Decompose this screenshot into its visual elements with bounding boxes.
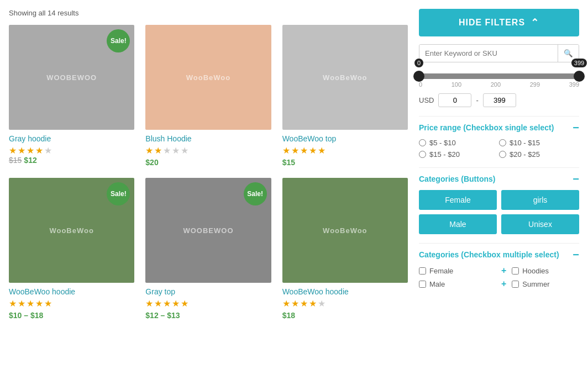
- hide-filters-label: HIDE FILTERS: [459, 18, 525, 28]
- star-icon: ★: [154, 298, 162, 309]
- product-image: Sale!WOOBEWOO: [9, 25, 134, 130]
- product-card[interactable]: WooBeWooBlush Hoodie★★★★★$20: [145, 25, 271, 167]
- hide-filters-button[interactable]: HIDE FILTERS ⌃: [419, 9, 579, 36]
- category-checkbox-label: Male: [429, 280, 445, 288]
- price-inputs: USD -: [419, 93, 579, 107]
- star-icon: ★: [163, 145, 171, 156]
- product-image: Sale!WooBeWoo: [9, 178, 134, 283]
- star-icon: ★: [300, 145, 308, 156]
- products-area: Showing all 14 results Sale!WOOBEWOOGray…: [9, 9, 408, 320]
- star-icon: ★: [9, 145, 17, 156]
- results-count: Showing all 14 results: [9, 9, 408, 17]
- category-checkbox[interactable]: [419, 281, 426, 288]
- product-image: WooBeWoo: [282, 25, 408, 130]
- price-range-section: Price range (Checkbox single select) − $…: [419, 116, 579, 159]
- star-icon: ★: [309, 298, 317, 309]
- star-icon: ★: [18, 298, 25, 309]
- product-stars: ★★★★★: [145, 298, 271, 309]
- price-range-label: $15 - $20: [429, 150, 460, 159]
- product-logo: WooBeWoo: [323, 226, 367, 235]
- categories-checkbox-title: Categories (Checkbox multiple select): [419, 250, 559, 259]
- star-icon: ★: [318, 145, 326, 156]
- product-logo: WooBeWoo: [323, 73, 367, 82]
- product-price: $18: [282, 311, 408, 320]
- products-grid: Sale!WOOBEWOOGray hoodie★★★★★$15$12WooBe…: [9, 25, 408, 320]
- category-checkbox[interactable]: [512, 281, 519, 288]
- plus-icon: +: [501, 266, 506, 276]
- categories-buttons-toggle[interactable]: −: [573, 173, 579, 184]
- product-card[interactable]: Sale!WOOBEWOOGray hoodie★★★★★$15$12: [9, 25, 134, 167]
- product-price: $10 – $18: [9, 311, 134, 320]
- sale-badge: Sale!: [244, 182, 267, 205]
- star-icon: ★: [300, 298, 308, 309]
- product-stars: ★★★★★: [145, 145, 271, 156]
- slider-fill: [419, 73, 579, 79]
- product-title: Gray top: [145, 287, 271, 296]
- price-range-radio[interactable]: [419, 151, 426, 158]
- price-current: $12: [24, 156, 36, 165]
- product-card[interactable]: Sale!WooBeWooWooBeWoo hoodie★★★★★$10 – $…: [9, 178, 134, 320]
- product-image: Sale!WOOBEWOO: [145, 178, 271, 283]
- product-card[interactable]: Sale!WOOBEWOOGray top★★★★★$12 – $13: [145, 178, 271, 320]
- checkbox-row-left: Male: [419, 279, 499, 289]
- star-icon: ★: [27, 298, 34, 309]
- categories-checkbox-toggle[interactable]: −: [573, 249, 579, 260]
- categories-checkbox-section: Categories (Checkbox multiple select) − …: [419, 243, 579, 289]
- sale-badge: Sale!: [107, 29, 130, 52]
- product-logo: WooBeWoo: [186, 73, 230, 82]
- price-range-radio[interactable]: [499, 139, 506, 146]
- star-icon: ★: [44, 298, 52, 309]
- slider-mark: 100: [452, 81, 461, 88]
- product-price: $20: [145, 158, 271, 167]
- price-range-radio[interactable]: [419, 139, 426, 146]
- star-icon: ★: [172, 298, 180, 309]
- star-icon: ★: [154, 145, 162, 156]
- star-icon: ★: [35, 298, 43, 309]
- checkbox-row-left: Female: [419, 266, 499, 276]
- checkbox-row-right: +Summer: [499, 279, 579, 289]
- product-stars: ★★★★★: [9, 298, 134, 309]
- star-icon: ★: [181, 145, 188, 156]
- product-title: WooBeWoo hoodie: [282, 287, 408, 296]
- price-range-label: $5 - $10: [429, 139, 456, 147]
- star-icon: ★: [145, 298, 153, 309]
- product-card[interactable]: WooBeWooWooBeWoo hoodie★★★★★$18: [282, 178, 408, 320]
- price-range-option: $5 - $10: [419, 139, 499, 147]
- star-icon: ★: [35, 145, 43, 156]
- price-checkboxes: $5 - $10$10 - $15$15 - $20$20 - $25: [419, 139, 579, 159]
- product-price: $12 – $13: [145, 311, 271, 320]
- product-stars: ★★★★★: [9, 145, 134, 156]
- category-checkbox[interactable]: [419, 267, 426, 275]
- category-button[interactable]: Female: [419, 190, 497, 210]
- product-title: WooBeWoo hoodie: [9, 287, 134, 296]
- category-button[interactable]: girls: [501, 190, 579, 210]
- product-logo: WooBeWoo: [49, 226, 93, 235]
- slider-mark: 200: [491, 81, 501, 88]
- slider-min-label: 0: [414, 59, 423, 67]
- slider-max-label: 399: [571, 59, 587, 67]
- price-min-input[interactable]: [438, 93, 471, 107]
- category-button[interactable]: Male: [419, 214, 497, 234]
- category-checkbox[interactable]: [512, 267, 519, 275]
- price-max-input[interactable]: [483, 93, 516, 107]
- product-price: $15: [282, 158, 408, 167]
- product-card[interactable]: WooBeWooWooBeWoo top★★★★★$15: [282, 25, 408, 167]
- star-icon: ★: [44, 145, 52, 156]
- slider-thumb-max[interactable]: 399: [574, 71, 585, 82]
- slider-thumb-min[interactable]: 0: [413, 71, 424, 82]
- plus-icon: +: [501, 279, 506, 289]
- star-icon: ★: [282, 298, 290, 309]
- price-range-radio[interactable]: [499, 151, 506, 158]
- categories-buttons-header: Categories (Buttons) −: [419, 173, 579, 184]
- price-range-toggle[interactable]: −: [573, 122, 579, 133]
- category-button[interactable]: Unisex: [501, 214, 579, 234]
- product-image: WooBeWoo: [282, 178, 408, 283]
- price-range-separator: -: [476, 96, 478, 104]
- star-icon: ★: [145, 145, 153, 156]
- search-input[interactable]: [419, 45, 558, 62]
- star-icon: ★: [27, 145, 34, 156]
- star-icon: ★: [181, 298, 188, 309]
- categories-checkbox-header: Categories (Checkbox multiple select) −: [419, 249, 579, 260]
- product-logo: WOOBEWOO: [46, 73, 97, 82]
- price-range-title: Price range (Checkbox single select): [419, 123, 554, 132]
